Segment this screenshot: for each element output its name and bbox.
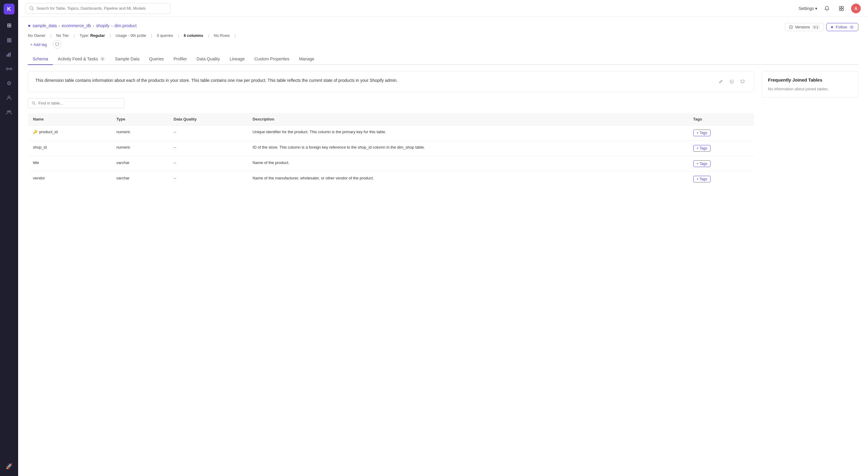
add-tag-column-button[interactable]: + Tags bbox=[693, 145, 711, 151]
add-tag-button[interactable]: + Add tag bbox=[28, 41, 49, 48]
column-name: shop_id bbox=[33, 145, 107, 149]
chat-icon[interactable] bbox=[53, 40, 61, 48]
table-row: shop_id numeric -- ID of the store. This… bbox=[28, 141, 754, 156]
tab-lineage[interactable]: Lineage bbox=[225, 54, 250, 65]
table-search[interactable] bbox=[28, 98, 125, 108]
chat-description-icon[interactable] bbox=[738, 77, 747, 86]
global-search[interactable] bbox=[25, 3, 170, 14]
col-header-quality: Data Quality bbox=[169, 113, 248, 125]
svg-line-19 bbox=[34, 104, 35, 105]
sidebar-item-home[interactable]: ⊞ bbox=[3, 19, 15, 31]
settings-menu[interactable]: Settings ▾ bbox=[799, 6, 817, 11]
actions-row: + Add tag bbox=[28, 40, 858, 48]
table-search-input[interactable] bbox=[38, 101, 121, 105]
header-buttons: Versions 0.1 ★ Follow 0 bbox=[785, 23, 858, 31]
add-tag-column-button[interactable]: + Tags bbox=[693, 160, 711, 167]
column-type: numeric bbox=[112, 125, 169, 141]
tab-profiler[interactable]: Profiler bbox=[168, 54, 192, 65]
joined-tables-empty: No information about joined tables. bbox=[768, 87, 852, 91]
sidebar-item-teams[interactable] bbox=[3, 106, 15, 118]
tab-schema[interactable]: Schema bbox=[28, 54, 53, 65]
joined-tables-title: Frequently Joined Tables bbox=[768, 77, 852, 82]
joined-tables-panel: Frequently Joined Tables No information … bbox=[762, 71, 858, 187]
tab-activity[interactable]: Activity Feed & Tasks 0 bbox=[53, 54, 110, 65]
column-tags: + Tags bbox=[688, 125, 754, 141]
grid-icon[interactable] bbox=[837, 4, 846, 13]
table-row: 🔑 product_id numeric -- Unique identifie… bbox=[28, 125, 754, 141]
svg-rect-11 bbox=[839, 6, 841, 8]
column-type: numeric bbox=[112, 141, 169, 156]
column-quality: -- bbox=[169, 172, 248, 187]
breadcrumb: ● sample_data › ecommerce_db › shopify ›… bbox=[28, 23, 136, 28]
column-name: 🔑 product_id bbox=[33, 130, 107, 134]
column-tags: + Tags bbox=[688, 156, 754, 172]
svg-point-4 bbox=[10, 68, 12, 70]
description-card: This dimension table contains informatio… bbox=[28, 71, 754, 92]
topbar: Settings ▾ A bbox=[18, 0, 868, 17]
column-description: ID of the store. This column is a foreig… bbox=[248, 141, 688, 156]
page-content: ● sample_data › ecommerce_db › shopify ›… bbox=[18, 17, 868, 476]
sidebar-item-rocket[interactable]: 🚀 bbox=[3, 460, 15, 472]
joined-tables-card: Frequently Joined Tables No information … bbox=[762, 71, 858, 98]
tab-data-quality[interactable]: Data Quality bbox=[192, 54, 225, 65]
tab-queries[interactable]: Queries bbox=[144, 54, 168, 65]
svg-line-10 bbox=[33, 9, 34, 10]
content-area: This dimension table contains informatio… bbox=[28, 71, 858, 187]
sidebar: K ⊞ ▦ ⚙ 🚀 bbox=[0, 0, 18, 476]
svg-point-3 bbox=[6, 68, 8, 70]
column-name: title bbox=[33, 160, 107, 165]
sidebar-item-pipeline[interactable] bbox=[3, 63, 15, 75]
col-header-type: Type bbox=[112, 113, 169, 125]
add-tag-column-button[interactable]: + Tags bbox=[693, 176, 711, 182]
breadcrumb-ecommerce-db[interactable]: ecommerce_db bbox=[62, 23, 91, 28]
breadcrumb-current: dim.product bbox=[115, 23, 136, 28]
svg-rect-12 bbox=[842, 6, 843, 8]
schema-table: Name Type Data Quality Description Tags … bbox=[28, 113, 754, 187]
sidebar-item-settings-nav[interactable]: ⚙ bbox=[3, 77, 15, 90]
table-description: This dimension table contains informatio… bbox=[35, 77, 713, 84]
sidebar-item-charts[interactable] bbox=[3, 48, 15, 60]
sidebar-item-users[interactable] bbox=[3, 92, 15, 104]
meta-row: No Owner | No Tier | Type: Regular | Usa… bbox=[28, 33, 858, 38]
breadcrumb-shopify[interactable]: shopify bbox=[96, 23, 110, 28]
primary-key-icon: 🔑 bbox=[33, 130, 37, 134]
versions-button[interactable]: Versions 0.1 bbox=[785, 23, 824, 31]
question-icon[interactable]: ? bbox=[727, 77, 736, 86]
sidebar-item-tables[interactable]: ▦ bbox=[3, 34, 15, 46]
svg-text:?: ? bbox=[731, 81, 733, 83]
breadcrumb-sample-data[interactable]: sample_data bbox=[33, 23, 57, 28]
tab-custom-properties[interactable]: Custom Properties bbox=[249, 54, 294, 65]
col-header-name: Name bbox=[28, 113, 112, 125]
column-description: Unique identifier for the product. This … bbox=[248, 125, 688, 141]
tab-manage[interactable]: Manage bbox=[294, 54, 319, 65]
column-name: vendor bbox=[33, 176, 107, 180]
tabs: Schema Activity Feed & Tasks 0 Sample Da… bbox=[28, 54, 858, 65]
column-description: Name of the manufacturer, wholesaler, or… bbox=[248, 172, 688, 187]
tab-sample-data[interactable]: Sample Data bbox=[110, 54, 144, 65]
app-logo[interactable]: K bbox=[4, 4, 14, 14]
desc-actions: ? bbox=[717, 77, 747, 86]
svg-rect-0 bbox=[7, 54, 7, 57]
chevron-down-icon: ▾ bbox=[815, 6, 817, 11]
edit-description-icon[interactable] bbox=[717, 77, 725, 86]
table-row: vendor varchar -- Name of the manufactur… bbox=[28, 172, 754, 187]
svg-rect-14 bbox=[842, 9, 843, 10]
column-tags: + Tags bbox=[688, 172, 754, 187]
search-input[interactable] bbox=[37, 6, 166, 10]
svg-point-18 bbox=[32, 101, 35, 104]
svg-rect-1 bbox=[8, 53, 9, 57]
follow-button[interactable]: ★ Follow 0 bbox=[826, 23, 858, 31]
versions-icon bbox=[789, 25, 793, 29]
column-type: varchar bbox=[112, 172, 169, 187]
search-icon bbox=[29, 6, 34, 11]
add-tag-column-button[interactable]: + Tags bbox=[693, 130, 711, 136]
page-header: ● sample_data › ecommerce_db › shopify ›… bbox=[28, 23, 858, 32]
notifications-icon[interactable] bbox=[822, 4, 832, 13]
column-type: varchar bbox=[112, 156, 169, 172]
svg-point-8 bbox=[9, 111, 11, 112]
column-quality: -- bbox=[169, 125, 248, 141]
svg-point-7 bbox=[7, 111, 9, 112]
user-avatar[interactable]: A bbox=[851, 4, 861, 13]
col-header-description: Description bbox=[248, 113, 688, 125]
table-row: title varchar -- Name of the product. + … bbox=[28, 156, 754, 172]
